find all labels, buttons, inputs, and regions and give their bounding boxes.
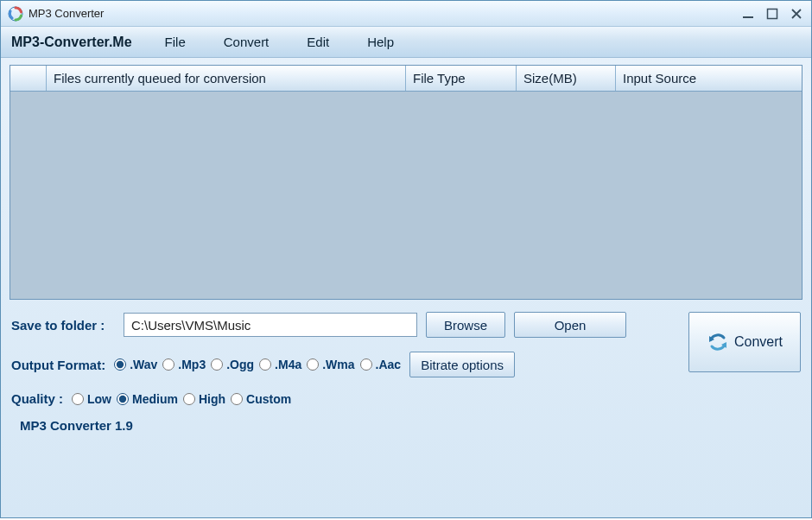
save-folder-row: Save to folder : Browse Open — [11, 312, 680, 338]
browse-button[interactable]: Browse — [426, 312, 505, 338]
menu-file[interactable]: File — [160, 31, 191, 53]
brand-label: MP3-Converter.Me — [11, 35, 132, 50]
convert-label: Convert — [734, 334, 783, 350]
quality-low[interactable]: Low — [72, 392, 111, 406]
output-format-options: .Wav .Mp3 .Ogg .M4a .Wma .Aac — [114, 358, 401, 371]
quality-label: Quality : — [11, 391, 63, 406]
queue-table: Files currently queued for conversion Fi… — [10, 65, 802, 300]
save-folder-label: Save to folder : — [11, 318, 115, 333]
bitrate-options-button[interactable]: Bitrate options — [409, 352, 515, 377]
open-button[interactable]: Open — [514, 312, 626, 338]
quality-high[interactable]: High — [183, 392, 225, 406]
titlebar: MP3 Converter — [1, 1, 811, 27]
menu-help[interactable]: Help — [362, 31, 399, 53]
table-body[interactable] — [10, 92, 802, 299]
col-filetype[interactable]: File Type — [406, 66, 517, 91]
output-format-label: Output Format: — [11, 358, 105, 372]
menu-edit[interactable]: Edit — [301, 31, 334, 53]
app-window: MP3 Converter MP3-Converter.Me File Conv… — [0, 0, 812, 518]
format-mp3[interactable]: .Mp3 — [162, 358, 206, 371]
menu-convert[interactable]: Convert — [219, 31, 275, 53]
format-aac[interactable]: .Aac — [360, 358, 402, 371]
content-area: Files currently queued for conversion Fi… — [1, 58, 811, 517]
format-m4a[interactable]: .M4a — [259, 358, 301, 371]
col-source[interactable]: Input Source — [616, 66, 802, 91]
minimize-button[interactable] — [740, 8, 756, 20]
window-controls — [740, 8, 804, 20]
format-wav[interactable]: .Wav — [114, 358, 157, 371]
quality-options: Low Medium High Custom — [72, 392, 291, 406]
col-index[interactable] — [10, 66, 47, 91]
quality-row: Quality : Low Medium High Custom — [11, 391, 680, 406]
app-icon — [8, 6, 23, 22]
svg-rect-1 — [743, 16, 753, 18]
format-wma[interactable]: .Wma — [307, 358, 354, 371]
bottom-panel: Save to folder : Browse Open Output Form… — [10, 307, 802, 436]
menubar: MP3-Converter.Me File Convert Edit Help — [1, 27, 811, 58]
quality-custom[interactable]: Custom — [231, 392, 291, 406]
save-folder-input[interactable] — [124, 313, 417, 337]
maximize-button[interactable] — [764, 8, 780, 20]
version-label: MP3 Converter 1.9 — [11, 413, 801, 433]
window-title: MP3 Converter — [29, 7, 104, 20]
table-header-row: Files currently queued for conversion Fi… — [10, 66, 802, 92]
close-button[interactable] — [789, 8, 804, 20]
format-ogg[interactable]: .Ogg — [211, 358, 254, 371]
convert-icon — [707, 331, 729, 353]
col-filename[interactable]: Files currently queued for conversion — [47, 66, 406, 91]
output-format-row: Output Format: .Wav .Mp3 .Ogg .M4a .Wma … — [11, 352, 680, 377]
quality-medium[interactable]: Medium — [117, 392, 178, 406]
col-size[interactable]: Size(MB) — [517, 66, 616, 91]
svg-rect-2 — [768, 9, 777, 18]
convert-button[interactable]: Convert — [688, 312, 801, 372]
